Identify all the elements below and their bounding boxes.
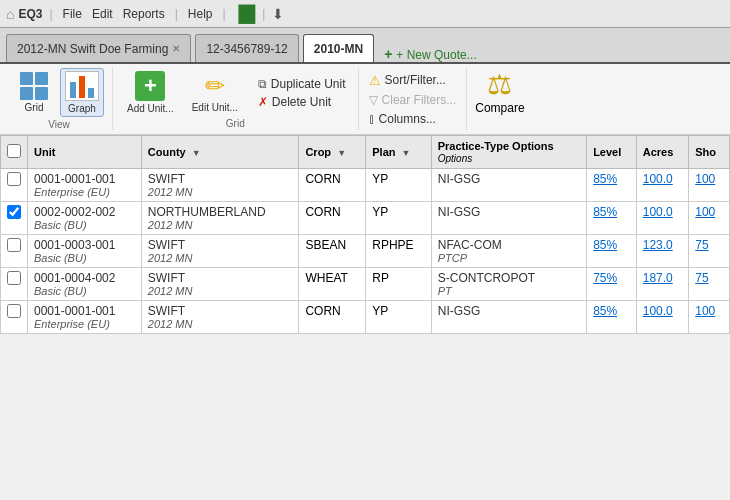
edit-unit-button[interactable]: ✏ Edit Unit... — [188, 70, 242, 115]
row-county-cell: NORTHUMBERLAND 2012 MN — [141, 202, 299, 235]
row-sho-cell[interactable]: 100 — [689, 301, 730, 334]
graph-button[interactable]: Graph — [60, 68, 104, 117]
row-level-cell[interactable]: 85% — [587, 169, 637, 202]
row-checkbox-cell[interactable] — [1, 235, 28, 268]
download-icon[interactable]: ⬇ — [272, 6, 284, 22]
grid-label: Grid — [25, 102, 44, 113]
row-checkbox-4[interactable] — [7, 304, 21, 318]
columns-button[interactable]: ⫿ Columns... — [367, 111, 459, 127]
row-checkbox-0[interactable] — [7, 172, 21, 186]
sort-filter-group: ⚠ Sort/Filter... ▽ Clear Filters... ⫿ Co… — [359, 68, 468, 130]
acres-link[interactable]: 187.0 — [643, 271, 673, 285]
county-sort-icon[interactable]: ▼ — [192, 148, 201, 158]
row-plan-cell: RPHPE — [366, 235, 431, 268]
practice-main: NI-GSG — [438, 172, 580, 186]
row-checkbox-cell[interactable] — [1, 301, 28, 334]
row-checkbox-cell[interactable] — [1, 169, 28, 202]
menu-edit[interactable]: Edit — [89, 6, 116, 22]
row-level-cell[interactable]: 85% — [587, 235, 637, 268]
grid-button[interactable]: Grid — [14, 70, 54, 115]
select-all-checkbox[interactable] — [7, 144, 21, 158]
menu-reports[interactable]: Reports — [120, 6, 168, 22]
unit-sub: Enterprise (EU) — [34, 318, 135, 330]
menu-file[interactable]: File — [60, 6, 85, 22]
app-title: EQ3 — [18, 7, 42, 21]
new-quote-plus-icon: + — [384, 46, 392, 62]
level-link[interactable]: 85% — [593, 172, 617, 186]
compare-label: Compare — [475, 101, 524, 115]
row-sho-cell[interactable]: 100 — [689, 169, 730, 202]
level-link[interactable]: 85% — [593, 238, 617, 252]
sho-link[interactable]: 75 — [695, 271, 708, 285]
new-quote-link[interactable]: + New Quote... — [396, 48, 476, 62]
sho-link[interactable]: 100 — [695, 205, 715, 219]
col-acres: Acres — [636, 136, 689, 169]
sho-link[interactable]: 75 — [695, 238, 708, 252]
clear-filters-button[interactable]: ▽ Clear Filters... — [367, 92, 459, 108]
graph-icon — [65, 71, 99, 101]
compare-group[interactable]: ⚖ Compare — [467, 68, 532, 130]
row-acres-cell[interactable]: 187.0 — [636, 268, 689, 301]
acres-link[interactable]: 100.0 — [643, 304, 673, 318]
level-link[interactable]: 75% — [593, 271, 617, 285]
row-level-cell[interactable]: 85% — [587, 301, 637, 334]
col-plan[interactable]: Plan ▼ — [366, 136, 431, 169]
home-icon[interactable]: ⌂ — [6, 6, 14, 22]
sort-filter-button[interactable]: ⚠ Sort/Filter... — [367, 72, 459, 89]
row-practice-cell: NFAC-COM PTCP — [431, 235, 586, 268]
row-checkbox-cell[interactable] — [1, 202, 28, 235]
row-acres-cell[interactable]: 100.0 — [636, 169, 689, 202]
row-unit-cell: 0001-0001-001 Enterprise (EU) — [28, 301, 142, 334]
practice-sub: PTCP — [438, 252, 580, 264]
practice-sub: PT — [438, 285, 580, 297]
col-check[interactable] — [1, 136, 28, 169]
tab-farming[interactable]: 2012-MN Swift Doe Farming ✕ — [6, 34, 191, 62]
row-county-cell: SWIFT 2012 MN — [141, 301, 299, 334]
row-acres-cell[interactable]: 100.0 — [636, 301, 689, 334]
level-link[interactable]: 85% — [593, 205, 617, 219]
acres-link[interactable]: 100.0 — [643, 205, 673, 219]
row-checkbox-3[interactable] — [7, 271, 21, 285]
sho-link[interactable]: 100 — [695, 172, 715, 186]
row-level-cell[interactable]: 85% — [587, 202, 637, 235]
grid-group: + Add Unit... ✏ Edit Unit... ⧉ Duplicate… — [113, 68, 359, 130]
row-acres-cell[interactable]: 123.0 — [636, 235, 689, 268]
table-row: 0001-0001-001 Enterprise (EU) SWIFT 2012… — [1, 301, 730, 334]
row-checkbox-1[interactable] — [7, 205, 21, 219]
delete-unit-button[interactable]: ✗ Delete Unit — [256, 94, 348, 110]
tabbar: 2012-MN Swift Doe Farming ✕ 12-3456789-1… — [0, 28, 730, 64]
row-level-cell[interactable]: 75% — [587, 268, 637, 301]
unit-main: 0002-0002-002 — [34, 205, 135, 219]
row-crop-cell: CORN — [299, 202, 366, 235]
row-sho-cell[interactable]: 75 — [689, 268, 730, 301]
menu-help[interactable]: Help — [185, 6, 216, 22]
col-crop[interactable]: Crop ▼ — [299, 136, 366, 169]
row-sho-cell[interactable]: 100 — [689, 202, 730, 235]
row-acres-cell[interactable]: 100.0 — [636, 202, 689, 235]
sep1: | — [49, 7, 52, 21]
plan-sort-icon[interactable]: ▼ — [402, 148, 411, 158]
table-row: 0001-0001-001 Enterprise (EU) SWIFT 2012… — [1, 169, 730, 202]
filter-icon: ▽ — [369, 93, 378, 107]
clear-filters-label: Clear Filters... — [382, 93, 457, 107]
row-checkbox-cell[interactable] — [1, 268, 28, 301]
tab-policy[interactable]: 12-3456789-12 — [195, 34, 298, 62]
row-checkbox-2[interactable] — [7, 238, 21, 252]
unit-sub: Basic (BU) — [34, 252, 135, 264]
level-link[interactable]: 85% — [593, 304, 617, 318]
tab-close-icon[interactable]: ✕ — [172, 43, 180, 54]
edit-unit-label: Edit Unit... — [192, 102, 238, 113]
add-unit-button[interactable]: + Add Unit... — [123, 69, 178, 116]
duplicate-unit-button[interactable]: ⧉ Duplicate Unit — [256, 76, 348, 92]
col-county[interactable]: County ▼ — [141, 136, 299, 169]
bar-chart-icon[interactable]: ▐█ — [233, 5, 256, 23]
delete-unit-label: Delete Unit — [272, 95, 331, 109]
crop-sort-icon[interactable]: ▼ — [337, 148, 346, 158]
view-label: View — [48, 119, 70, 130]
sho-link[interactable]: 100 — [695, 304, 715, 318]
tab-2010mn[interactable]: 2010-MN — [303, 34, 374, 62]
row-sho-cell[interactable]: 75 — [689, 235, 730, 268]
acres-link[interactable]: 100.0 — [643, 172, 673, 186]
acres-link[interactable]: 123.0 — [643, 238, 673, 252]
sep3: | — [222, 7, 225, 21]
